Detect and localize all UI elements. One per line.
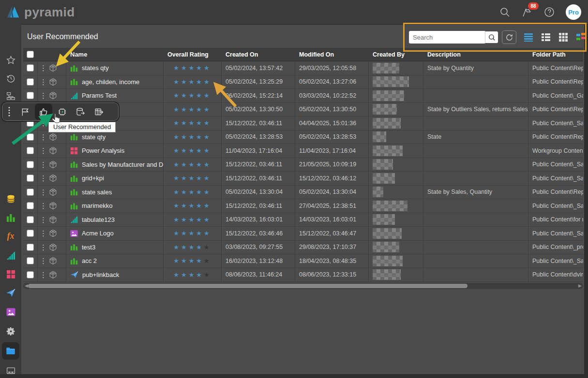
row-name-cell[interactable]: states qty: [66, 61, 164, 75]
row-checkbox[interactable]: [27, 174, 34, 182]
row-checkbox[interactable]: [27, 244, 34, 251]
select-all-checkbox-box[interactable]: [27, 51, 34, 58]
model-cube-icon[interactable]: [48, 270, 58, 279]
row-menu-icon[interactable]: ⋮: [40, 217, 44, 223]
model-cube-icon[interactable]: [48, 229, 58, 238]
header-created-by[interactable]: Created By: [369, 48, 423, 61]
alerts-icon[interactable]: 88: [521, 6, 533, 18]
row-menu-icon[interactable]: ⋮: [40, 120, 44, 126]
row-checkbox[interactable]: [27, 216, 34, 223]
row-name-cell[interactable]: age, childen, income: [66, 75, 164, 89]
model-cube-icon[interactable]: [48, 160, 58, 169]
toolbar-more-icon[interactable]: [3, 103, 15, 120]
content-manager-icon[interactable]: [2, 342, 19, 360]
table-row[interactable]: ⋮ Power Analysis ★★★★★ 11/04/2023, 17:16…: [23, 144, 583, 158]
row-checkbox[interactable]: [27, 230, 34, 237]
row-menu-icon[interactable]: ⋮: [40, 92, 44, 99]
model-cube-icon[interactable]: [48, 188, 58, 197]
header-created-on[interactable]: Created On: [222, 48, 295, 61]
row-name-cell[interactable]: acc 2: [66, 254, 164, 268]
table-row[interactable]: ⋮ age, childen, income ★★★★★ 05/02/2024,…: [23, 75, 583, 89]
row-menu-icon[interactable]: ⋮: [40, 203, 44, 209]
table-row[interactable]: ⋮ test3 ★★★★★ 03/08/2023, 09:27:55 29/08…: [23, 241, 583, 255]
header-folder-path[interactable]: Folder Path: [528, 48, 583, 61]
search-go-button[interactable]: [485, 31, 498, 44]
model-cube-icon[interactable]: [48, 243, 58, 252]
user-avatar[interactable]: Pro: [566, 4, 581, 20]
row-menu-icon[interactable]: ⋮: [40, 258, 44, 264]
row-checkbox[interactable]: [27, 271, 34, 278]
present-mode-icon[interactable]: [2, 362, 19, 378]
row-name-cell[interactable]: Acme Logo: [66, 227, 164, 240]
row-name-cell[interactable]: Sales by Manufacturer and Dem: [66, 158, 164, 172]
scrollbar-thumb[interactable]: [28, 284, 467, 288]
table-row[interactable]: ⋮ Acme Logo ★★★★★ 15/12/2022, 03:46:46 1…: [23, 227, 583, 241]
list-view-button[interactable]: [523, 32, 534, 43]
row-name-cell[interactable]: state sales: [66, 186, 164, 199]
row-checkbox[interactable]: [27, 257, 34, 264]
row-menu-icon[interactable]: ⋮: [40, 189, 44, 195]
row-checkbox[interactable]: [27, 92, 34, 99]
publish-icon[interactable]: [2, 284, 19, 302]
model-cube-icon[interactable]: [48, 215, 58, 224]
table-row[interactable]: ⋮ pub+linkback ★★★★★ 08/06/2023, 11:46:2…: [23, 268, 583, 282]
table-row[interactable]: ⋮ states qty ★★★★★ 05/02/2024, 13:57:42 …: [23, 61, 583, 75]
recent-history-icon[interactable]: [2, 70, 19, 87]
model-cube-icon[interactable]: [48, 174, 58, 183]
model-cube-icon[interactable]: [48, 256, 58, 265]
row-menu-icon[interactable]: ⋮: [40, 272, 44, 278]
select-all-checkbox[interactable]: [23, 48, 38, 61]
table-row[interactable]: ⋮ state sales ★★★★★ 05/02/2024, 13:30:04…: [23, 186, 583, 200]
table-row[interactable]: ⋮ Sales by Manufacturer and Dem ★★★★★ 15…: [23, 158, 583, 172]
table-row[interactable]: ⋮ grid+kpi ★★★★★ 15/12/2022, 03:46:11 15…: [23, 172, 583, 186]
table-row[interactable]: ⋮ tabulate123 ★★★★★ 14/03/2023, 16:03:01…: [23, 213, 583, 227]
model-cube-icon[interactable]: [48, 77, 58, 87]
admin-settings-icon[interactable]: [2, 322, 19, 340]
data-export-button[interactable]: [72, 103, 89, 120]
model-cube-icon[interactable]: [48, 146, 58, 155]
refresh-button[interactable]: [502, 30, 516, 44]
row-menu-icon[interactable]: ⋮: [40, 175, 44, 181]
row-checkbox[interactable]: [27, 133, 34, 141]
row-menu-icon[interactable]: ⋮: [40, 134, 44, 140]
row-name-cell[interactable]: Power Analysis: [66, 144, 164, 158]
scroll-right-arrow[interactable]: ▶: [578, 283, 582, 288]
row-name-cell[interactable]: pub+linkback: [66, 268, 164, 282]
table-row[interactable]: ⋮ marimekko ★★★★★ 15/12/2022, 03:46:11 2…: [23, 199, 583, 213]
row-checkbox[interactable]: [27, 202, 34, 209]
row-menu-icon[interactable]: ⋮: [40, 230, 44, 236]
global-search-icon[interactable]: [499, 6, 511, 18]
row-name-cell[interactable]: tabulate123: [66, 213, 164, 227]
tile-view-button[interactable]: [575, 32, 586, 43]
grid-view-button[interactable]: [558, 32, 569, 43]
header-modified-on[interactable]: Modified On: [295, 48, 369, 61]
horizontal-scrollbar[interactable]: ◀ ▶: [23, 283, 583, 289]
row-menu-icon[interactable]: ⋮: [40, 147, 44, 154]
table-row[interactable]: ⋮ acc 2 ★★★★★ 16/02/2023, 13:12:48 18/04…: [23, 254, 583, 268]
model-cube-icon[interactable]: [48, 91, 58, 100]
present-icon[interactable]: [2, 265, 19, 283]
row-name-cell[interactable]: test3: [66, 241, 164, 254]
header-description[interactable]: Description: [423, 48, 528, 61]
tabulate-icon[interactable]: [2, 247, 19, 264]
pyramid-logo[interactable]: pyramid: [6, 4, 75, 20]
header-name[interactable]: Name: [66, 48, 164, 61]
row-checkbox[interactable]: [27, 189, 34, 196]
table-row[interactable]: ⋮ Params Test ★★★★★ 06/02/2024, 15:22:14…: [23, 89, 583, 103]
row-menu-icon[interactable]: ⋮: [40, 161, 44, 168]
illustrate-icon[interactable]: [2, 303, 19, 320]
hierarchy-icon[interactable]: [2, 87, 19, 104]
row-name-cell[interactable]: marimekko: [66, 199, 164, 213]
favorites-icon[interactable]: [2, 51, 19, 69]
user-recommended-button[interactable]: [35, 103, 52, 120]
row-name-cell[interactable]: Params Test: [66, 89, 164, 102]
scroll-left-arrow[interactable]: ◀: [25, 283, 28, 288]
row-menu-icon[interactable]: ⋮: [40, 79, 44, 85]
detail-view-button[interactable]: [541, 32, 551, 43]
row-menu-icon[interactable]: ⋮: [40, 65, 44, 71]
model-cube-icon[interactable]: [48, 132, 58, 142]
header-overall-rating[interactable]: Overall Rating: [164, 48, 222, 61]
flag-button[interactable]: [16, 103, 34, 120]
help-icon[interactable]: [543, 6, 555, 18]
row-checkbox[interactable]: [27, 64, 34, 72]
